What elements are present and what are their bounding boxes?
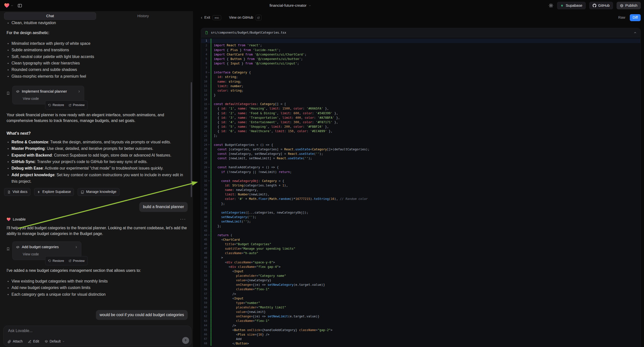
fold-toggle-icon[interactable]: ▾ bbox=[207, 102, 210, 106]
project-name: financial-future-creator bbox=[270, 4, 307, 8]
edit-button[interactable]: Edit bbox=[28, 340, 39, 344]
file-header[interactable]: src/components/budget/BudgetCategories.t… bbox=[201, 28, 640, 37]
code-text: className="h-auto" bbox=[210, 251, 640, 256]
line-number: 13 bbox=[201, 93, 207, 97]
list-item: Add new budget categories with custom li… bbox=[6, 284, 188, 291]
diff-toggle-button[interactable]: Diff bbox=[630, 14, 641, 21]
chevron-right-icon bbox=[78, 90, 81, 93]
line-number: 39 bbox=[201, 210, 207, 215]
chevron-down-icon bbox=[11, 4, 14, 7]
sidebar-toggle-button[interactable] bbox=[18, 3, 22, 8]
fold-toggle-icon bbox=[207, 111, 210, 115]
fold-toggle-icon[interactable]: ▾ bbox=[207, 233, 210, 237]
code-text: }; bbox=[210, 201, 640, 206]
manage-knowledge-button[interactable]: Manage knowledge bbox=[78, 188, 120, 196]
previous-bullet-list: Clean, intuitive navigation bbox=[6, 20, 188, 26]
publish-button[interactable]: Publish bbox=[616, 2, 641, 9]
line-number: 3 bbox=[201, 48, 207, 52]
line-number: 66 bbox=[201, 332, 207, 337]
line-number: 37 bbox=[201, 201, 207, 206]
fold-toggle-icon bbox=[207, 228, 210, 233]
restore-label: Restore bbox=[52, 258, 64, 264]
code-line: 57 /> bbox=[201, 292, 640, 296]
explore-supabase-button[interactable]: Explore Supabase bbox=[34, 188, 74, 196]
code-text: /> bbox=[210, 323, 640, 328]
doc-icon bbox=[7, 190, 11, 194]
line-number: 58 bbox=[201, 296, 207, 301]
fold-toggle-icon[interactable]: ▾ bbox=[207, 179, 210, 183]
message-menu-button[interactable]: ··· bbox=[180, 216, 186, 222]
tab-chat[interactable]: Chat bbox=[4, 12, 96, 20]
line-number: 4 bbox=[201, 52, 207, 57]
code-text: { id: '4', name: 'Entertainment', limit:… bbox=[210, 120, 640, 124]
fold-toggle-icon bbox=[207, 296, 210, 301]
chat-panel: Chat History Clean, intuitive navigation… bbox=[0, 11, 193, 347]
external-link-badge[interactable] bbox=[256, 15, 262, 20]
list-item: Add project knowledge: Set key context o… bbox=[6, 172, 188, 185]
project-selector[interactable]: financial-future-creator bbox=[270, 0, 312, 11]
chevron-up-icon bbox=[634, 31, 637, 34]
code-text: const [newLimit, setNewLimit] = React.us… bbox=[210, 156, 640, 160]
code-line: 34 name: newCategory, bbox=[201, 188, 640, 192]
view-on-github-link[interactable]: View on GitHub bbox=[229, 16, 253, 20]
code-line: 42 }; bbox=[201, 224, 640, 228]
supabase-button[interactable]: Supabase bbox=[557, 2, 586, 9]
line-number: 68 bbox=[201, 341, 207, 346]
fold-toggle-icon bbox=[207, 328, 210, 332]
fold-toggle-icon[interactable]: ▾ bbox=[207, 165, 210, 170]
line-number: 46 bbox=[201, 242, 207, 246]
publish-label: Publish bbox=[625, 4, 638, 8]
external-link-icon bbox=[257, 16, 260, 19]
code-line: 56 className="flex-1" bbox=[201, 287, 640, 292]
fold-toggle-icon bbox=[207, 116, 210, 120]
fold-toggle-icon bbox=[207, 156, 210, 160]
restore-icon bbox=[48, 260, 51, 262]
code-line: 31 bbox=[201, 174, 640, 179]
code-text: > bbox=[210, 256, 640, 260]
code-line: 19 { id: '4', name: 'Entertainment', lim… bbox=[201, 120, 640, 124]
tab-history[interactable]: History bbox=[97, 12, 189, 20]
code-line: 39 setCategories([...categories, newCate… bbox=[201, 210, 640, 215]
chat-input[interactable] bbox=[8, 328, 179, 333]
version-card-wrap: Add budget categories View code Restore … bbox=[6, 242, 188, 270]
line-number: 7 bbox=[201, 66, 207, 70]
fold-toggle-icon bbox=[207, 79, 210, 84]
github-button[interactable]: GitHub bbox=[589, 2, 613, 9]
fold-toggle-icon[interactable]: ▾ bbox=[207, 142, 210, 147]
restore-button[interactable]: Restore bbox=[48, 258, 64, 264]
chat-scrollbar[interactable] bbox=[191, 82, 192, 197]
fold-toggle-icon bbox=[207, 287, 210, 292]
bookmark-icon[interactable] bbox=[6, 246, 10, 252]
restore-button[interactable]: Restore bbox=[48, 102, 64, 108]
code-line: 53 placeholder="Category name" bbox=[201, 274, 640, 278]
collapse-button[interactable] bbox=[634, 31, 637, 34]
fold-toggle-icon bbox=[207, 93, 210, 97]
line-number: 21 bbox=[201, 129, 207, 134]
fold-toggle-icon bbox=[207, 219, 210, 224]
line-number: 34 bbox=[201, 188, 207, 192]
user-message: build a financial planner bbox=[140, 202, 188, 212]
code-text bbox=[210, 160, 640, 165]
code-text: className="flex-1" bbox=[210, 287, 640, 292]
code-line: 1 bbox=[201, 38, 640, 43]
attach-button[interactable]: Attach bbox=[8, 340, 23, 344]
exit-button[interactable]: Exit bbox=[200, 16, 210, 20]
raw-toggle-button[interactable]: Raw bbox=[618, 16, 625, 20]
preview-button[interactable]: Preview bbox=[69, 102, 85, 108]
code-text: Add bbox=[210, 337, 640, 341]
visit-docs-button[interactable]: Visit docs bbox=[4, 188, 30, 196]
lovable-logo-button[interactable] bbox=[4, 3, 13, 8]
list-item: Refine & Customize: Tweak the design, an… bbox=[6, 139, 188, 145]
settings-button[interactable] bbox=[548, 3, 554, 8]
code-text bbox=[210, 66, 640, 70]
send-button[interactable] bbox=[182, 337, 189, 344]
bookmark-icon[interactable] bbox=[6, 90, 10, 96]
code-text: /> bbox=[210, 292, 640, 296]
code-line: 20 { id: '5', name: 'Shopping', limit: 2… bbox=[201, 124, 640, 129]
mode-selector[interactable]: Default bbox=[44, 340, 65, 344]
visit-docs-label: Visit docs bbox=[12, 190, 28, 194]
code-text: { id: '1', name: 'Housing', limit: 1500,… bbox=[210, 106, 640, 111]
preview-button[interactable]: Preview bbox=[69, 258, 85, 264]
code-line: 24▾const BudgetCategories = () => { bbox=[201, 142, 640, 147]
fold-toggle-icon[interactable]: ▾ bbox=[207, 70, 210, 75]
